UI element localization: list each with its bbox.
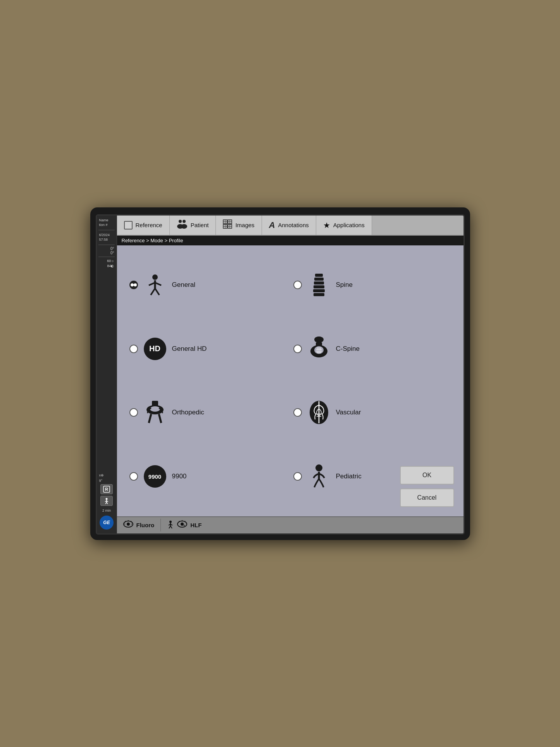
profile-item-9900[interactable]: 9900 9900 xyxy=(126,445,290,509)
profile-item-vascular[interactable]: Vascular xyxy=(290,381,454,445)
tab-bar: Reference Patient xyxy=(117,216,464,236)
sidebar-icon-r[interactable]: R xyxy=(100,484,113,494)
svg-point-62 xyxy=(169,521,172,523)
orthopedic-icon-area xyxy=(143,401,167,424)
vascular-icon-area xyxy=(307,401,331,424)
svg-rect-34 xyxy=(313,289,325,292)
ge-logo: GE xyxy=(100,516,114,530)
radio-general-hd[interactable] xyxy=(129,345,138,353)
svg-point-9 xyxy=(183,220,186,223)
sidebar-zoom: x⊕ xyxy=(98,473,116,477)
hd-circle-icon: HD xyxy=(144,338,166,360)
general-label: General xyxy=(172,281,195,289)
svg-line-67 xyxy=(171,526,172,528)
svg-rect-31 xyxy=(314,278,324,281)
profile-item-cspine[interactable]: C-Spine xyxy=(290,317,454,381)
spine-icon xyxy=(309,273,329,297)
tab-annotations[interactable]: A Annotations xyxy=(262,216,316,235)
tab-patient[interactable]: Patient xyxy=(170,216,216,235)
bottom-section-fluoro[interactable]: Fluoro xyxy=(117,519,161,531)
tab-applications-label: Applications xyxy=(333,222,365,228)
hd-icon-area: HD xyxy=(143,337,167,361)
radio-spine[interactable] xyxy=(293,281,302,289)
svg-point-36 xyxy=(314,336,324,343)
pediatric-label: Pediatric xyxy=(336,473,362,480)
svg-text:R: R xyxy=(105,487,108,492)
profile-item-orthopedic[interactable]: Orthopedic xyxy=(126,381,290,445)
sidebar-setting1: 60☼ xyxy=(98,259,116,264)
general-person-icon xyxy=(145,274,165,296)
tab-reference-label: Reference xyxy=(136,222,162,228)
cancel-button[interactable]: Cancel xyxy=(400,488,454,507)
svg-line-28 xyxy=(151,288,155,295)
tab-annotations-label: Annotations xyxy=(278,222,309,228)
vascular-icon xyxy=(308,399,330,426)
radio-orthopedic[interactable] xyxy=(129,408,138,417)
cspine-icon-area xyxy=(307,337,331,361)
radio-vascular[interactable] xyxy=(293,408,302,417)
pediatric-icon-area xyxy=(307,465,331,488)
radio-9900[interactable] xyxy=(129,472,138,481)
general-hd-label: General HD xyxy=(172,345,207,353)
hlf-label: HLF xyxy=(190,522,202,528)
tab-applications[interactable]: ★ Applications xyxy=(316,216,372,235)
annotations-icon: A xyxy=(269,220,275,230)
sidebar-icon-person[interactable] xyxy=(100,496,113,506)
patient-icon xyxy=(177,219,188,231)
svg-line-7 xyxy=(107,502,108,504)
svg-line-48 xyxy=(159,414,161,423)
sidebar-setting2: 84◐ xyxy=(98,264,116,269)
tab-patient-label: Patient xyxy=(191,222,209,228)
tab-images-label: Images xyxy=(235,222,254,228)
reference-checkbox-icon xyxy=(124,221,133,229)
left-sidebar: Name tion # 6/2024 57:58 0° 0° 60☼ 84◐ x… xyxy=(97,216,117,533)
applications-star-icon: ★ xyxy=(323,221,330,230)
svg-point-11 xyxy=(181,224,187,229)
svg-rect-33 xyxy=(314,285,324,288)
spine-icon-area xyxy=(307,273,331,297)
hlf-eye-icon: + xyxy=(177,520,187,530)
cspine-icon xyxy=(309,336,329,361)
radio-general[interactable] xyxy=(129,281,138,289)
sidebar-angle2: 0° xyxy=(98,251,116,255)
sidebar-timer: 2 min xyxy=(98,507,116,514)
profile-item-spine[interactable]: Spine xyxy=(290,253,454,317)
vascular-label: Vascular xyxy=(336,409,361,416)
fluoro-eye-icon xyxy=(123,520,133,530)
monitor: Name tion # 6/2024 57:58 0° 0° 60☼ 84◐ x… xyxy=(90,207,470,540)
ok-button[interactable]: OK xyxy=(400,466,454,485)
tab-reference[interactable]: Reference xyxy=(117,216,170,235)
breadcrumb: Reference > Mode > Profile xyxy=(117,236,464,245)
radio-cspine[interactable] xyxy=(293,345,302,353)
svg-point-53 xyxy=(315,464,322,471)
main-content: Reference Patient xyxy=(117,216,464,533)
profile-area: General xyxy=(117,245,464,516)
spine-label: Spine xyxy=(336,281,353,289)
sidebar-name: Name tion # xyxy=(98,217,116,228)
9900-circle-icon: 9900 xyxy=(144,465,166,488)
tab-images[interactable]: Images xyxy=(216,216,262,235)
svg-point-46 xyxy=(150,406,160,412)
profile-item-general-hd[interactable]: HD General HD xyxy=(126,317,290,381)
pediatric-icon xyxy=(308,464,330,489)
svg-point-24 xyxy=(152,274,158,280)
orthopedic-icon xyxy=(144,400,166,424)
svg-point-8 xyxy=(179,220,182,223)
images-icon xyxy=(223,219,232,231)
bottom-section-hlf[interactable]: + HLF xyxy=(161,519,208,532)
cspine-label: C-Spine xyxy=(336,345,360,353)
screen: Name tion # 6/2024 57:58 0° 0° 60☼ 84◐ x… xyxy=(96,214,465,535)
sidebar-bottom: x⊕ 9° R xyxy=(98,473,116,532)
person-small-icon xyxy=(167,520,174,530)
9900-icon-area: 9900 xyxy=(143,465,167,488)
profile-item-general[interactable]: General xyxy=(126,253,290,317)
bottom-bar: Fluoro xyxy=(117,516,464,533)
svg-text:+: + xyxy=(183,524,185,527)
sidebar-angle1: 0° xyxy=(98,247,116,251)
fluoro-label: Fluoro xyxy=(136,522,155,528)
sidebar-angle3: 9° xyxy=(98,479,116,483)
svg-point-56 xyxy=(127,523,130,526)
svg-rect-32 xyxy=(314,281,324,285)
svg-line-47 xyxy=(149,414,151,423)
radio-pediatric[interactable] xyxy=(293,472,302,481)
